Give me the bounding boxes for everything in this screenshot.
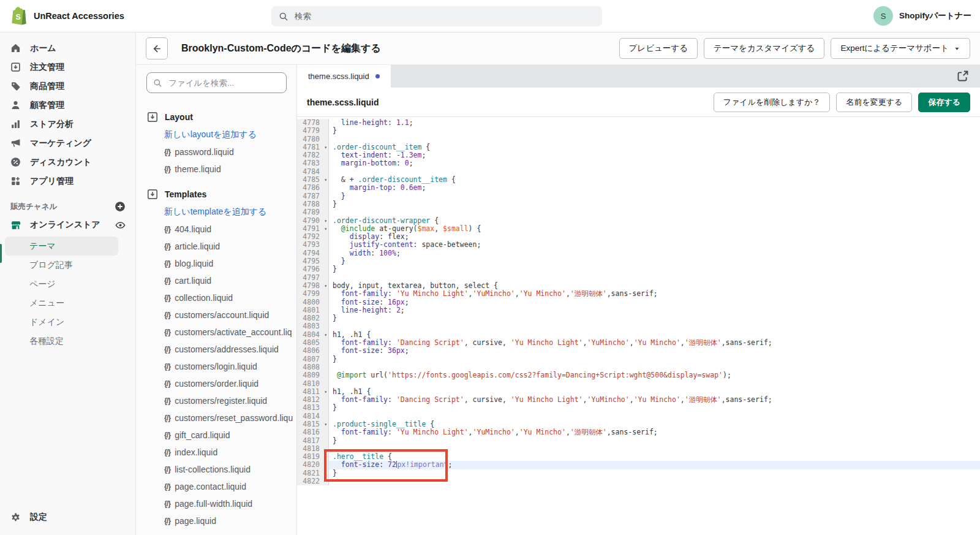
line-number[interactable]: 4788 (297, 200, 329, 208)
code-line[interactable]: } (329, 404, 980, 412)
line-number[interactable]: 4801 (297, 306, 329, 314)
code-area[interactable]: 4778 line-height: 1.1;4779}47804781▾.ord… (297, 117, 980, 535)
global-search-input[interactable] (293, 11, 595, 21)
file-item[interactable]: {/}article.liquid (136, 238, 296, 255)
line-number[interactable]: 4821 (297, 469, 329, 477)
fold-arrow-icon[interactable]: ▾ (324, 143, 327, 151)
code-line[interactable]: font-family: 'Dancing Script', cursive, … (329, 396, 980, 404)
folder-templates[interactable]: Templates (136, 185, 296, 203)
code-line[interactable] (329, 274, 980, 282)
line-number[interactable]: 4806 (297, 347, 329, 355)
line-number[interactable]: 4783 (297, 159, 329, 167)
code-line[interactable]: .product-single__title { (329, 420, 980, 428)
line-number[interactable]: 4785▾ (297, 176, 329, 184)
add-templates-link[interactable]: 新しいtemplateを追加する (136, 203, 296, 221)
code-line[interactable] (329, 412, 980, 420)
line-number[interactable]: 4814 (297, 412, 329, 420)
sidebar-item-apps[interactable]: アプリ管理 (0, 172, 135, 191)
line-number[interactable]: 4782 (297, 151, 329, 159)
code-line[interactable]: font-family: 'Yu Mincho Light','YuMincho… (329, 428, 980, 436)
file-search[interactable] (146, 72, 287, 93)
file-item[interactable]: {/}blog.liquid (136, 255, 296, 272)
line-number[interactable]: 4815▾ (297, 420, 329, 428)
tab-theme-scss-liquid[interactable]: theme.scss.liquid (297, 65, 391, 88)
code-line[interactable]: h1, .h1 { (329, 388, 980, 396)
code-line[interactable]: text-indent: -1.3em; (329, 151, 980, 159)
line-number[interactable]: 4816 (297, 428, 329, 436)
line-number[interactable]: 4779 (297, 127, 329, 135)
rename-file-button[interactable]: 名前を変更する (836, 93, 912, 112)
line-number[interactable]: 4789 (297, 208, 329, 216)
sidebar-subitem[interactable]: ブログ記事 (5, 256, 118, 275)
file-item[interactable]: {/}index.liquid (136, 444, 296, 461)
code-line[interactable] (329, 135, 980, 143)
sidebar-item-online-store[interactable]: オンラインストア (0, 213, 135, 237)
line-number[interactable]: 4800 (297, 298, 329, 306)
line-number[interactable]: 4819▾ (297, 453, 329, 461)
global-search[interactable] (271, 6, 602, 26)
sidebar-item-analytics[interactable]: ストア分析 (0, 115, 135, 134)
line-number[interactable]: 4818 (297, 445, 329, 453)
account-menu[interactable]: S Shopifyパートナー (873, 6, 971, 26)
line-number[interactable]: 4812 (297, 396, 329, 404)
code-line[interactable] (329, 208, 980, 216)
code-line[interactable]: display: flex; (329, 233, 980, 241)
line-number[interactable]: 4810 (297, 380, 329, 388)
code-line[interactable]: @include at-query($max, $small) { (329, 225, 980, 233)
line-number[interactable]: 4793 (297, 241, 329, 249)
delete-file-button[interactable]: ファイルを削除しますか？ (714, 93, 831, 112)
line-number[interactable]: 4781▾ (297, 143, 329, 151)
line-number[interactable]: 4787 (297, 192, 329, 200)
code-line[interactable]: justify-content: space-between; (329, 241, 980, 249)
file-item[interactable]: {/}gift_card.liquid (136, 427, 296, 444)
code-line[interactable] (329, 445, 980, 453)
code-line[interactable] (329, 380, 980, 388)
sidebar-item-home[interactable]: ホーム (0, 39, 135, 58)
file-item[interactable]: {/}customers/login.liquid (136, 358, 296, 375)
expert-support-button[interactable]: Expertによるテーマサポート (831, 38, 970, 59)
file-item[interactable]: {/}customers/order.liquid (136, 375, 296, 392)
file-item[interactable]: {/}customers/register.liquid (136, 392, 296, 409)
file-item[interactable]: {/}list-collections.liquid (136, 461, 296, 478)
file-item[interactable]: {/}theme.liquid (136, 161, 296, 178)
file-item[interactable]: {/}password.liquid (136, 143, 296, 161)
fold-arrow-icon[interactable]: ▾ (324, 282, 327, 290)
line-number[interactable]: 4778 (297, 119, 329, 127)
code-line[interactable]: .order-discount-wrapper { (329, 217, 980, 225)
line-number[interactable]: 4784 (297, 168, 329, 176)
line-number[interactable]: 4786 (297, 184, 329, 192)
sidebar-subitem[interactable]: ドメイン (5, 313, 118, 332)
line-number[interactable]: 4804▾ (297, 331, 329, 339)
code-line[interactable]: } (329, 257, 980, 265)
sidebar-subitem[interactable]: テーマ (5, 237, 118, 256)
fold-arrow-icon[interactable]: ▾ (324, 217, 327, 225)
code-line[interactable] (329, 477, 980, 485)
file-item[interactable]: {/}404.liquid (136, 221, 296, 238)
code-line[interactable] (329, 168, 980, 176)
line-number[interactable]: 4780 (297, 135, 329, 143)
fold-arrow-icon[interactable]: ▾ (324, 388, 327, 396)
line-number[interactable]: 4807 (297, 355, 329, 363)
file-item[interactable]: {/}collection.liquid (136, 289, 296, 306)
line-number[interactable]: 4820 (297, 461, 329, 469)
code-line[interactable]: line-height: 2; (329, 306, 980, 314)
line-number[interactable]: 4790▾ (297, 217, 329, 225)
folder-layout[interactable]: Layout (136, 108, 296, 126)
line-number[interactable]: 4797 (297, 274, 329, 282)
code-line[interactable]: } (329, 469, 980, 477)
shopify-logo-icon[interactable]: S (10, 6, 28, 26)
file-item[interactable]: {/}page.full-width.liquid (136, 495, 296, 512)
code-line[interactable]: } (329, 127, 980, 135)
line-number[interactable]: 4802 (297, 314, 329, 322)
expand-editor-icon[interactable] (957, 70, 969, 82)
fold-arrow-icon[interactable]: ▾ (324, 225, 327, 233)
line-number[interactable]: 4791▾ (297, 225, 329, 233)
fold-arrow-icon[interactable]: ▾ (324, 453, 327, 461)
add-sales-channel-icon[interactable] (115, 201, 126, 212)
file-item[interactable]: {/}page.liquid (136, 512, 296, 529)
line-number[interactable]: 4796 (297, 265, 329, 273)
line-number[interactable]: 4803 (297, 322, 329, 330)
file-item[interactable]: {/}page.contact.liquid (136, 478, 296, 495)
code-line[interactable]: h1, .h1 { (329, 331, 980, 339)
code-line[interactable]: margin-top: 0.6em; (329, 184, 980, 192)
